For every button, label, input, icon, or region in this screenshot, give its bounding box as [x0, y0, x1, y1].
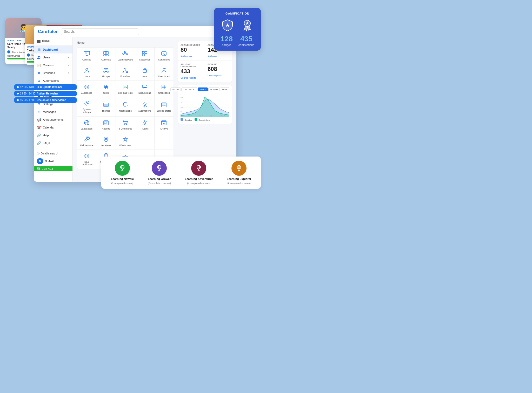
- svg-rect-55: [106, 105, 108, 106]
- achievement-adventurer: Learning Adventurer (4 completed courses…: [185, 161, 213, 185]
- announcements-icon: 📢: [37, 118, 41, 122]
- grid-skills-label: Skills: [103, 92, 109, 94]
- grid-skill-gap[interactable]: Skill-gap tests: [116, 81, 135, 97]
- legend-signins-dot: [181, 118, 183, 121]
- sidebar-item-automations[interactable]: ⚙ Automations: [34, 77, 72, 85]
- chart-btn-today[interactable]: TODAY: [170, 87, 181, 91]
- grid-automations[interactable]: Automations: [135, 97, 154, 117]
- grid-groups[interactable]: Groups: [96, 64, 116, 81]
- chart-btn-week[interactable]: WEEK: [198, 87, 208, 91]
- stat-signins-link[interactable]: Users reports: [208, 74, 222, 77]
- grid-whats-new[interactable]: What's new: [116, 133, 135, 150]
- sidebar-item-calendar[interactable]: 📅 Calendar: [34, 124, 72, 131]
- stat-signins-value: 608: [208, 66, 229, 72]
- sidebar-label-users: Users: [43, 56, 66, 59]
- grid-curricula[interactable]: Curricula: [96, 48, 116, 64]
- schedule-item-2[interactable]: 13:30 - 14:30 Autism Refresher: [14, 91, 77, 96]
- faqs-icon: 🔗: [37, 141, 41, 145]
- achievement-grower: Learning Grower (2 completed courses): [148, 161, 171, 185]
- grid-branches[interactable]: Branches: [116, 64, 135, 81]
- svg-rect-9: [106, 55, 108, 56]
- svg-point-51: [86, 103, 88, 104]
- grid-reports-label: Reports: [102, 127, 110, 130]
- sidebar-item-messages[interactable]: ✉ Messages: [34, 108, 72, 116]
- grid-notifications[interactable]: Notifications: [116, 97, 135, 117]
- grid-discussions[interactable]: Discussions: [135, 81, 154, 97]
- grid-jobs[interactable]: Jobs: [135, 64, 154, 81]
- grid-learning-paths[interactable]: Learning Paths: [116, 48, 135, 64]
- svg-text:200: 200: [181, 97, 183, 99]
- svg-point-56: [144, 104, 145, 106]
- grid-courses[interactable]: Courses: [77, 48, 96, 64]
- disable-ui-button[interactable]: ⓘ Disable new UI: [37, 151, 69, 156]
- grid-users[interactable]: Users: [77, 64, 96, 81]
- svg-point-86: [105, 155, 107, 157]
- gamification-icons-row: [218, 19, 257, 32]
- svg-rect-69: [105, 123, 106, 124]
- chart-btn-yesterday[interactable]: YESTERDAY: [181, 87, 197, 91]
- grid-themes[interactable]: Themes: [96, 97, 116, 117]
- svg-point-72: [127, 124, 127, 125]
- grid-reports[interactable]: Reports: [96, 117, 116, 133]
- schedule-item-1[interactable]: 12:00 - 13:00 SFC Update Webinar: [14, 84, 77, 90]
- grid-languages[interactable]: Languages: [77, 117, 96, 133]
- gami-stat-badges: 128 badges: [221, 35, 233, 46]
- automations-grid-icon: [141, 101, 148, 109]
- jobs-grid-icon: [141, 67, 148, 74]
- languages-grid-icon: [83, 119, 90, 126]
- locations-grid-icon: [102, 136, 110, 143]
- logo-care: Care: [38, 29, 47, 34]
- achievement-grower-sub: (2 completed courses): [148, 182, 171, 185]
- grid-themes-label: Themes: [102, 110, 110, 112]
- grid-certificates-label: Certificates: [158, 58, 170, 61]
- svg-point-25: [104, 68, 106, 70]
- grid-ecommerce[interactable]: e-Commerce: [116, 117, 135, 133]
- grid-issue-certs[interactable]: Issue Certificates: [77, 150, 96, 169]
- schedule-cards: 12:00 - 13:00 SFC Update Webinar 13:30 -…: [14, 84, 77, 103]
- sidebar-item-branches[interactable]: ✱ Branches ▾: [34, 69, 72, 77]
- svg-point-83: [86, 155, 88, 157]
- grid-maintenance-label: Maintenance: [80, 144, 94, 147]
- grid-archive[interactable]: Archive: [155, 117, 174, 133]
- schedule-item-3[interactable]: 16:00 - 17:00 One on one supervision: [14, 97, 77, 103]
- chart-container: TODAY YESTERDAY WEEK MONTH YEAR: [178, 85, 232, 124]
- stat-completions-value: 433: [181, 69, 202, 74]
- grid-audiences[interactable]: Audiences: [77, 81, 96, 97]
- stat-active-courses-link[interactable]: Add course: [181, 55, 192, 58]
- sidebar-item-announcements[interactable]: 📢 Announcements: [34, 116, 72, 124]
- grid-ecommerce-label: e-Commerce: [118, 127, 132, 130]
- search-input[interactable]: [61, 28, 139, 35]
- grid-extend-profile[interactable]: Extend profile: [155, 97, 174, 117]
- grid-maintenance[interactable]: Maintenance: [77, 133, 96, 150]
- achievement-explorer-name: Learning Explorer: [227, 177, 251, 180]
- sidebar-item-dashboard[interactable]: ⊞ Dashboard: [34, 46, 72, 53]
- sidebar-item-faqs[interactable]: 🔗 FAQs: [34, 139, 72, 147]
- svg-text:0: 0: [181, 115, 181, 117]
- chart-btn-month[interactable]: MONTH: [208, 87, 220, 91]
- svg-point-35: [163, 68, 165, 70]
- stat-completions-link[interactable]: Course reports: [181, 77, 196, 79]
- grid-system-settings[interactable]: System settings: [77, 97, 96, 117]
- sidebar-item-users[interactable]: Users ▾: [34, 53, 72, 61]
- grid-skills[interactable]: Skills: [96, 81, 116, 97]
- user-types-grid-icon: [160, 67, 168, 74]
- chart-btn-year[interactable]: YEAR: [220, 87, 229, 91]
- sidebar-item-courses[interactable]: 📋 Courses ▾: [34, 61, 72, 69]
- svg-point-27: [125, 68, 126, 69]
- branches-icon: ✱: [37, 71, 41, 75]
- timer-icon: 🔄: [37, 167, 41, 170]
- svg-text:Sep 20: Sep 20: [188, 115, 192, 117]
- grid-certificates[interactable]: Certificates: [155, 48, 174, 64]
- courses-grid-icon: [83, 50, 90, 57]
- grid-plugins[interactable]: Plugins: [135, 117, 154, 133]
- stat-active-users-link[interactable]: Add user: [208, 55, 217, 58]
- top-bar: CareTutor: [34, 26, 236, 37]
- gamification-title: GAMIFICATION: [218, 12, 257, 15]
- grid-locations[interactable]: Locations: [96, 133, 116, 150]
- grid-categories[interactable]: Categories: [135, 48, 154, 64]
- automations-icon: ⚙: [37, 79, 41, 83]
- sidebar-item-help[interactable]: 🔗 Help: [34, 131, 72, 139]
- svg-text:50: 50: [181, 111, 182, 113]
- grid-user-types[interactable]: User types: [155, 64, 174, 81]
- curricula-grid-icon: [102, 50, 110, 57]
